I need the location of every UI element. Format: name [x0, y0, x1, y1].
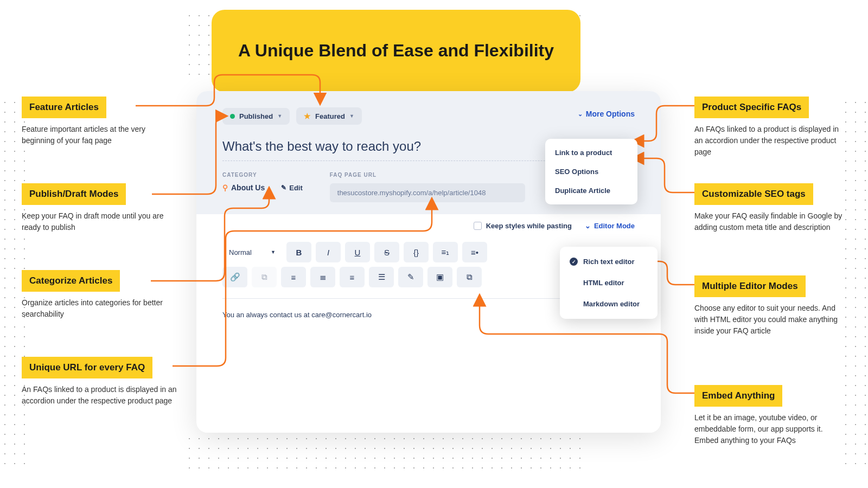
- image-button[interactable]: ▣: [427, 267, 452, 287]
- mode-html[interactable]: HTML editor: [560, 272, 658, 293]
- embed-icon: ⧉: [467, 272, 473, 282]
- chevron-down-icon: ▼: [349, 113, 354, 119]
- category-name: About Us: [231, 183, 265, 192]
- code-block-button[interactable]: {}: [404, 242, 429, 262]
- status-row: Published ▼ ★ Featured ▼ ⌄ More Options …: [222, 107, 635, 125]
- chevron-down-icon: ⌄: [585, 222, 591, 230]
- callout-publish-draft: Publish/Draft Modes Keep your FAQ in dra…: [22, 183, 174, 233]
- status-dot-icon: [230, 114, 235, 119]
- keep-styles-label: Keep styles while pasting: [486, 222, 572, 230]
- mode-markdown[interactable]: Markdown editor: [560, 293, 658, 314]
- format-label: Normal: [229, 248, 252, 256]
- lightbulb-icon: ⚲: [222, 183, 228, 192]
- bold-button[interactable]: B: [286, 242, 311, 262]
- more-options-button[interactable]: ⌄ More Options: [578, 110, 635, 118]
- featured-label: Featured: [315, 112, 345, 120]
- color-button[interactable]: ✎: [398, 267, 423, 287]
- category-label: CATEGORY: [222, 172, 303, 178]
- mode-label: Markdown editor: [583, 300, 640, 308]
- mode-label: HTML editor: [583, 279, 624, 287]
- callout-body: Choose any editor to suit your needs. An…: [694, 303, 846, 337]
- embed-button[interactable]: ⧉: [457, 267, 482, 287]
- list-icon: ≡•: [471, 248, 478, 257]
- editor-header: Published ▼ ★ Featured ▼ ⌄ More Options …: [196, 91, 661, 214]
- underline-button[interactable]: U: [345, 242, 370, 262]
- featured-chip[interactable]: ★ Featured ▼: [296, 107, 362, 125]
- mode-label: Rich text editor: [583, 258, 635, 266]
- mode-rich-text[interactable]: ✓ Rich text editor: [560, 251, 658, 272]
- pencil-icon: ✎: [407, 272, 414, 282]
- menu-duplicate-article[interactable]: Duplicate Article: [545, 181, 637, 200]
- published-chip[interactable]: Published ▼: [222, 108, 290, 125]
- underline-icon: U: [355, 248, 361, 257]
- editor-mode-button[interactable]: ⌄ Editor Mode: [585, 222, 635, 230]
- align-justify-icon: ☰: [378, 272, 385, 282]
- menu-seo-options[interactable]: SEO Options: [545, 162, 637, 181]
- editor-toolbar: Normal ▼ B I U S {} ≡₁ ≡• 🔗 ⧉ ≡ ≣ ≡ ☰ ✎ …: [222, 237, 499, 292]
- link-icon: 🔗: [230, 272, 240, 282]
- published-label: Published: [239, 112, 273, 120]
- format-select[interactable]: Normal ▼: [222, 242, 282, 262]
- callout-title: Embed Anything: [694, 385, 782, 407]
- callout-body: Feature important articles at the very b…: [22, 124, 174, 146]
- unlink-icon: ⧉: [261, 272, 267, 282]
- ordered-list-icon: ≡₁: [442, 247, 450, 257]
- callout-title: Feature Articles: [22, 97, 106, 118]
- callout-title: Unique URL for every FAQ: [22, 357, 152, 378]
- chevron-down-icon: ▼: [277, 113, 282, 119]
- ordered-list-button[interactable]: ≡₁: [433, 242, 458, 262]
- align-left-icon: ≡: [291, 273, 296, 282]
- callout-categorize: Categorize Articles Organize articles in…: [22, 270, 174, 320]
- callout-embed-anything: Embed Anything Let it be an image, youtu…: [694, 385, 846, 446]
- image-icon: ▣: [436, 272, 444, 282]
- callout-title: Product Specific FAQs: [694, 97, 809, 118]
- url-label: FAQ PAGE URL: [330, 172, 525, 178]
- editor-mode-menu: ✓ Rich text editor HTML editor Markdown …: [560, 247, 658, 319]
- callout-editor-modes: Multiple Editor Modes Choose any editor …: [694, 275, 846, 337]
- editor-mode-label: Editor Mode: [594, 222, 635, 230]
- align-left-button[interactable]: ≡: [281, 267, 306, 287]
- callout-body: An FAQs linked to a product is displayed…: [694, 124, 846, 158]
- callout-body: Let it be an image, youtube video, or em…: [694, 412, 846, 446]
- category-value: ⚲ About Us: [222, 183, 265, 192]
- align-justify-button[interactable]: ☰: [369, 267, 394, 287]
- edit-category-button[interactable]: ✎ Edit: [281, 184, 303, 192]
- body-text: You an always contact us at care@cornerc…: [222, 311, 372, 319]
- faq-url-value[interactable]: thesucostore.myshopify.com/a/help/articl…: [330, 183, 525, 202]
- italic-button[interactable]: I: [316, 242, 341, 262]
- link-button[interactable]: 🔗: [222, 267, 247, 287]
- star-icon: ★: [304, 112, 311, 120]
- callout-title: Multiple Editor Modes: [694, 275, 806, 297]
- callout-body: Make your FAQ easily findable in Google …: [694, 210, 846, 233]
- editor-options-row: Keep styles while pasting ⌄ Editor Mode: [222, 214, 635, 237]
- decorative-dots: [184, 434, 586, 477]
- callout-seo-tags: Customizable SEO tags Make your FAQ easi…: [694, 183, 846, 233]
- url-column: FAQ PAGE URL thesucostore.myshopify.com/…: [330, 172, 525, 202]
- callout-unique-url: Unique URL for every FAQ An FAQs linked …: [22, 357, 179, 407]
- hero-title: A Unique Blend of Ease and Flexibility: [238, 39, 554, 62]
- strikethrough-button[interactable]: S: [374, 242, 399, 262]
- menu-link-product[interactable]: Link to a product: [545, 143, 637, 162]
- chevron-down-icon: ⌄: [578, 111, 583, 118]
- unlink-button[interactable]: ⧉: [252, 267, 277, 287]
- callout-body: An FAQs linked to a product is displayed…: [22, 384, 179, 407]
- editor-body: Keep styles while pasting ⌄ Editor Mode …: [196, 214, 661, 331]
- callout-title: Categorize Articles: [22, 270, 120, 292]
- braces-icon: {}: [413, 248, 419, 257]
- edit-label: Edit: [289, 184, 303, 192]
- faq-editor-card: Published ▼ ★ Featured ▼ ⌄ More Options …: [196, 91, 661, 433]
- callout-body: Organize articles into categories for be…: [22, 297, 174, 320]
- align-center-button[interactable]: ≣: [310, 267, 335, 287]
- callout-body: Keep your FAQ in draft mode until you ar…: [22, 210, 174, 233]
- dropdown-icon: ▼: [271, 249, 276, 255]
- callout-title: Publish/Draft Modes: [22, 183, 126, 205]
- italic-icon: I: [327, 248, 329, 257]
- keep-styles-toggle[interactable]: Keep styles while pasting: [474, 222, 572, 230]
- align-center-icon: ≣: [320, 272, 327, 282]
- unordered-list-button[interactable]: ≡•: [462, 242, 487, 262]
- callout-title: Customizable SEO tags: [694, 183, 813, 205]
- more-options-label: More Options: [586, 110, 635, 118]
- callout-feature-articles: Feature Articles Feature important artic…: [22, 97, 174, 146]
- hero-banner: A Unique Blend of Ease and Flexibility: [212, 10, 580, 92]
- align-right-button[interactable]: ≡: [340, 267, 365, 287]
